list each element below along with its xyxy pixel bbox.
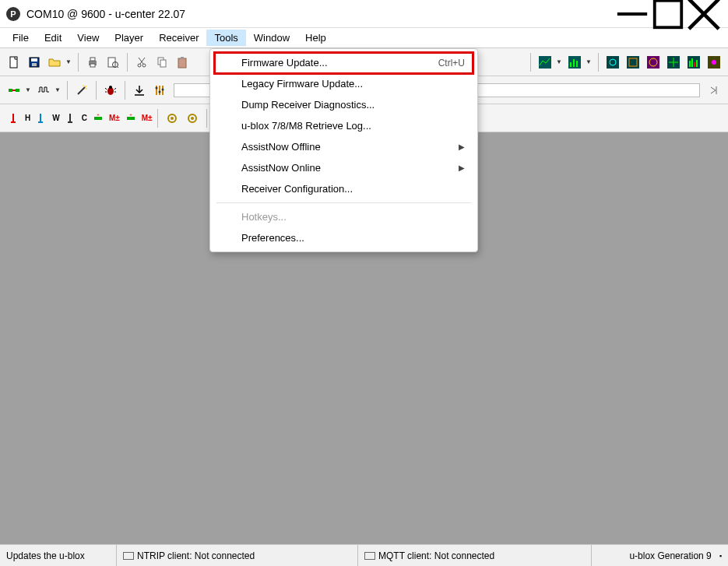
svg-rect-7 [32,63,37,66]
status-more-icon[interactable]: ▪ [719,552,722,560]
menu-assistnow-online[interactable]: AssistNow Online ▶ [210,157,477,178]
view3-icon[interactable] [644,53,663,72]
svg-rect-26 [576,61,578,67]
menu-item-label: Receiver Configuration... [241,183,465,195]
chart2-dropdown[interactable]: ▼ [586,58,593,65]
menu-dump-diagnostics[interactable]: Dump Receiver Diagnostics... [210,94,477,115]
menu-item-label: Dump Receiver Diagnostics... [241,99,465,111]
svg-rect-68 [38,121,43,123]
wand-icon[interactable] [72,81,91,100]
paste-icon[interactable] [173,53,192,72]
menu-item-label: Legacy Firmware Update... [241,78,465,90]
svg-point-62 [159,90,161,93]
menu-view[interactable]: View [69,30,107,46]
print-preview-icon[interactable] [104,53,122,72]
print-icon[interactable] [83,53,102,72]
indicator-m1-icon[interactable]: + [89,109,107,128]
indicator-w-icon[interactable] [32,109,51,128]
mqtt-chip-icon [364,552,375,560]
menu-help[interactable]: Help [297,30,334,46]
svg-line-53 [114,88,116,90]
baud-icon[interactable] [34,81,53,100]
menu-item-label: Preferences... [241,232,465,244]
menu-receiver-config[interactable]: Receiver Configuration... [210,178,477,199]
menu-item-label: AssistNow Online [241,162,459,174]
close-button[interactable] [686,2,722,26]
menu-hotkeys: Hotkeys... [210,206,477,227]
svg-rect-38 [691,58,693,67]
svg-rect-31 [647,56,659,69]
bug-icon[interactable] [101,81,120,100]
connect-dropdown[interactable]: ▼ [25,86,33,93]
indicator-m2-label: M± [142,114,153,122]
menu-item-label: Firmware Update... [241,57,438,69]
menu-legacy-firmware-update[interactable]: Legacy Firmware Update... [210,73,477,94]
svg-point-17 [142,64,146,67]
submenu-arrow-icon: ▶ [459,163,465,172]
svg-point-76 [171,117,174,120]
connect-icon[interactable] [5,81,23,100]
new-file-icon[interactable] [5,53,23,72]
menu-assistnow-offline[interactable]: AssistNow Offline ▶ [210,136,477,157]
menu-preferences[interactable]: Preferences... [210,227,477,248]
title-bar: P COM10 @ 9600 - u-center 22.07 [0,0,728,28]
indicator-m2-icon[interactable]: + [121,109,140,128]
baud-dropdown[interactable]: ▼ [55,86,62,93]
svg-rect-66 [11,121,16,123]
indicator-h-icon[interactable] [5,109,23,128]
svg-rect-10 [90,64,95,67]
gear1-icon[interactable] [163,109,181,128]
menu-retrieve-log[interactable]: u-blox 7/8/M8 Retrieve Log... [210,115,477,136]
status-ntrip-text: NTRIP client: Not connected [137,550,255,561]
cut-icon[interactable] [132,53,151,72]
view4-icon[interactable] [664,53,683,72]
open-icon[interactable] [45,53,64,72]
svg-rect-1 [655,0,682,27]
menu-player[interactable]: Player [107,30,151,46]
view5-icon[interactable] [684,53,703,72]
sliders-icon[interactable] [150,81,169,100]
maximize-button[interactable] [650,2,686,26]
status-hint-text: Updates the u-blox [6,550,85,561]
menu-file[interactable]: File [5,30,37,46]
status-gen-text: u-blox Generation 9 [629,550,711,561]
view2-icon[interactable] [624,53,642,72]
download-icon[interactable] [130,81,149,100]
svg-rect-70 [68,121,72,123]
copy-icon[interactable] [153,53,171,72]
menu-item-label: u-blox 7/8/M8 Retrieve Log... [241,120,465,132]
svg-point-51 [109,86,112,89]
menu-item-label: AssistNow Offline [241,141,459,153]
indicator-m1-label: M± [109,114,120,122]
menu-tools[interactable]: Tools [206,30,245,46]
menu-edit[interactable]: Edit [37,30,69,46]
view1-icon[interactable] [603,53,622,72]
indicator-c-icon[interactable] [62,109,80,128]
menu-item-shortcut: Ctrl+U [438,58,465,69]
app-icon: P [6,7,20,21]
status-bar: Updates the u-blox NTRIP client: Not con… [0,544,728,566]
ntrip-chip-icon [123,552,134,560]
chart2-icon[interactable] [565,53,584,72]
gear2-icon[interactable] [183,109,202,128]
menu-separator [216,202,471,203]
menu-window[interactable]: Window [246,30,297,46]
svg-point-49 [86,88,87,90]
menu-item-label: Hotkeys... [241,211,465,223]
menu-firmware-update[interactable]: Firmware Update... Ctrl+U [210,52,477,73]
toolbar-end-arrow-icon[interactable] [705,81,723,100]
status-mqtt-text: MQTT client: Not connected [378,550,494,561]
chart1-icon[interactable] [536,53,554,72]
status-mqtt: MQTT client: Not connected [358,545,592,566]
svg-rect-37 [689,61,691,67]
open-dropdown-icon[interactable]: ▼ [65,58,73,65]
save-icon[interactable] [25,53,44,72]
svg-text:+: + [129,112,132,117]
view6-icon[interactable] [705,53,723,72]
svg-point-63 [162,88,164,90]
window-title: COM10 @ 9600 - u-center 22.07 [26,8,614,20]
menu-receiver[interactable]: Receiver [151,30,206,46]
svg-rect-40 [696,60,698,67]
minimize-button[interactable] [614,2,650,26]
chart1-dropdown[interactable]: ▼ [556,58,564,65]
